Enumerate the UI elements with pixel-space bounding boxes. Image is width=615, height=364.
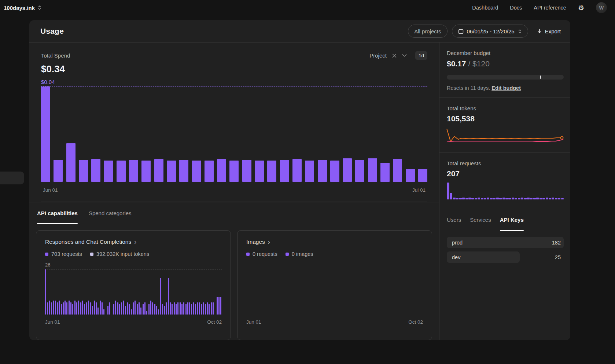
- mini-bar: [49, 301, 50, 315]
- mini-bar: [207, 302, 208, 315]
- card-title-link[interactable]: Responses and Chat Completions ›: [45, 239, 222, 245]
- mini-bar: [220, 297, 221, 315]
- edit-budget-link[interactable]: Edit budget: [491, 85, 521, 91]
- mini-bar: [187, 302, 188, 315]
- mini-bar: [158, 309, 159, 315]
- mini-bar: [97, 308, 99, 315]
- mini-bar: [170, 302, 171, 315]
- mini-bar: [88, 301, 89, 315]
- request-bar: [496, 198, 499, 199]
- mini-bar: [109, 302, 110, 315]
- avatar[interactable]: W: [596, 2, 607, 13]
- mini-bar: [82, 301, 83, 315]
- api-key-row-dev[interactable]: dev25: [447, 251, 564, 263]
- mini-bar: [160, 278, 161, 315]
- legend-item: 392.032K input tokens: [90, 251, 149, 257]
- request-bar: [552, 198, 554, 199]
- request-bar: [447, 183, 449, 199]
- requests-bar-chart: [447, 183, 564, 199]
- api-key-request-count: 25: [555, 254, 561, 260]
- mini-bar: [213, 302, 214, 315]
- mini-bar: [135, 301, 136, 315]
- nav-link-docs[interactable]: Docs: [510, 5, 522, 11]
- mini-bar: [144, 302, 146, 315]
- spend-bar: [217, 159, 226, 182]
- request-bar: [515, 198, 517, 199]
- request-bar: [456, 198, 459, 199]
- tab-services[interactable]: Services: [470, 208, 491, 231]
- mini-bar: [166, 302, 167, 315]
- card-images: Images › 0 requests0 images Jun 01 Oct 0…: [237, 230, 432, 340]
- mini-bar: [51, 302, 52, 315]
- avatar-initial: W: [599, 5, 604, 11]
- mini-bar: [172, 304, 173, 315]
- card-title-text: Images: [246, 239, 265, 245]
- tab-spend-categories[interactable]: Spend categories: [89, 202, 132, 224]
- budget-value: $0.17 / $120: [447, 59, 564, 68]
- project-filter-label[interactable]: Project: [369, 52, 387, 59]
- mini-bar: [156, 306, 157, 315]
- request-bar: [493, 198, 496, 199]
- mini-chart-reference-label: 26: [45, 262, 222, 269]
- card-legend: 0 requests0 images: [246, 251, 423, 257]
- spend-bar: [229, 161, 239, 182]
- request-bar: [530, 198, 533, 199]
- tokens-pink-line: [447, 139, 563, 142]
- tab-api-capabilities[interactable]: API capabilities: [37, 202, 78, 224]
- spend-bar: [368, 158, 377, 182]
- nav-link-dashboard[interactable]: Dashboard: [472, 5, 498, 11]
- gear-icon[interactable]: ⚙: [578, 4, 584, 11]
- mini-bar: [127, 302, 128, 315]
- project-filter-clear[interactable]: [392, 54, 397, 58]
- org-switcher[interactable]: 100days.ink: [4, 5, 42, 11]
- api-key-usage-bar: [447, 237, 564, 248]
- breakdown-tabbar: UsersServicesAPI Keys: [439, 208, 570, 231]
- request-bar: [524, 198, 527, 199]
- interval-badge[interactable]: 1d: [415, 51, 427, 60]
- mini-bar: [146, 311, 147, 315]
- request-bar: [546, 198, 548, 199]
- spend-bar: [141, 161, 151, 182]
- budget-resets-text: Resets in 11 days. Edit budget: [447, 85, 564, 91]
- mini-bar: [84, 304, 85, 315]
- images-bar-chart: [246, 269, 423, 315]
- mini-x-axis: Jun 01 Oct 02: [246, 319, 423, 325]
- x-axis-end: Oct 02: [408, 319, 423, 325]
- total-requests-value: 207: [447, 169, 564, 178]
- mini-bar: [117, 302, 118, 315]
- mini-bar: [133, 302, 134, 315]
- spend-bar: [393, 159, 402, 182]
- tab-users[interactable]: Users: [447, 208, 461, 231]
- mini-bar: [76, 302, 77, 315]
- mini-bar: [61, 304, 62, 315]
- mini-bar: [203, 302, 204, 315]
- api-key-row-prod[interactable]: prod182: [447, 237, 564, 248]
- budget-spent: $0.17: [447, 59, 466, 68]
- request-bar: [465, 198, 468, 199]
- card-legend: 703 requests392.032K input tokens: [45, 251, 222, 257]
- tab-api-keys[interactable]: API Keys: [500, 208, 524, 231]
- request-bar: [533, 198, 536, 199]
- spend-bar: [355, 160, 364, 182]
- nav-link-api-reference[interactable]: API reference: [534, 5, 566, 11]
- date-range-picker[interactable]: 06/01/25 - 12/20/25: [452, 25, 528, 38]
- export-button[interactable]: Export: [537, 28, 561, 34]
- topbar: 100days.ink DashboardDocsAPI reference ⚙…: [0, 0, 615, 15]
- spend-bar: [418, 169, 427, 182]
- date-range-label: 06/01/25 - 12/20/25: [467, 28, 515, 34]
- tokens-orange-line: [447, 129, 560, 141]
- project-filter-dropdown[interactable]: [402, 54, 407, 57]
- mini-bar: [150, 301, 151, 315]
- card-title-link[interactable]: Images ›: [246, 239, 423, 245]
- request-bar: [558, 198, 560, 199]
- all-projects-button[interactable]: All projects: [408, 25, 447, 38]
- spend-bar: [242, 160, 251, 182]
- total-spend-label: Total Spend: [41, 52, 70, 59]
- responses-bar-chart: [45, 269, 222, 315]
- mini-bar: [164, 306, 165, 315]
- calendar-icon: [458, 29, 464, 34]
- left-edge-stub[interactable]: [0, 172, 24, 184]
- request-bar: [555, 198, 557, 199]
- mini-bar: [217, 297, 218, 315]
- legend-label: 0 requests: [253, 251, 277, 257]
